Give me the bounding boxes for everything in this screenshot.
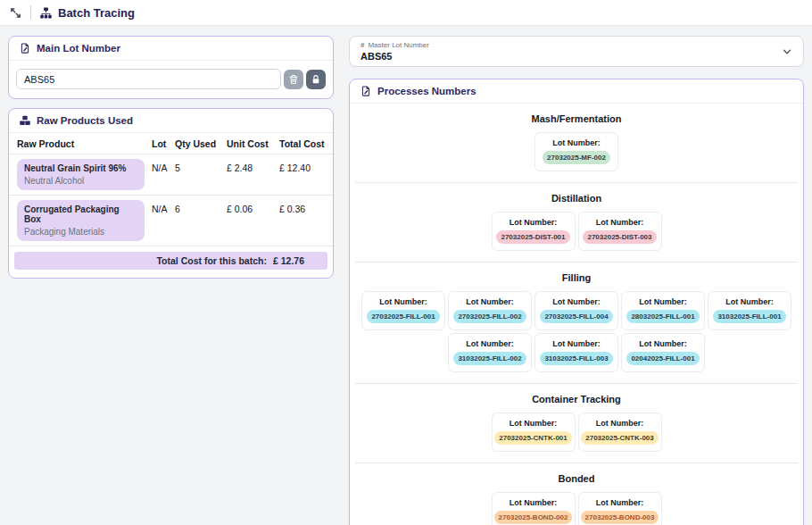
product-name: Neutral Grain Spirit 96% (24, 163, 137, 173)
lot-number-chip: 27032025-BOND-003 (581, 511, 659, 524)
lot-number-label: Lot Number: (510, 419, 558, 428)
lot-number-chip: 27032025-FILL-002 (453, 310, 526, 323)
lot-cards-row: Lot Number: 27032025-CNTK-001 Lot Number… (355, 412, 798, 452)
trash-icon (288, 74, 299, 85)
cell-lot: N/A (152, 200, 175, 214)
lot-card: Lot Number: 27032025-CNTK-001 (492, 412, 576, 452)
cell-qty: 6 (175, 200, 227, 214)
lot-card: Lot Number: 31032025-FILL-002 (448, 333, 532, 372)
lot-number-label: Lot Number: (466, 339, 514, 348)
processes-header: Processes Numbers (350, 79, 803, 104)
main-lot-body (9, 61, 333, 98)
master-lot-select[interactable]: # Master Lot Number ABS65 (349, 36, 804, 67)
table-row: Neutral Grain Spirit 96% Neutral Alcohol… (9, 154, 333, 196)
table-header: Raw Product Lot Qty Used Unit Cost Total… (9, 133, 333, 154)
cell-total-cost: £ 0.36 (279, 200, 325, 214)
batch-total-value: £ 12.76 (273, 255, 304, 266)
lot-card: Lot Number: 27032025-DIST-003 (578, 212, 662, 251)
lot-card: Lot Number: 27032025-FILL-001 (361, 291, 445, 330)
lot-card: Lot Number: 27032025-BOND-002 (492, 492, 576, 525)
process-section-title: Distillation (355, 193, 798, 204)
main-lot-input[interactable] (16, 69, 281, 89)
lot-number-chip: 27032025-FILL-001 (367, 310, 439, 323)
lock-icon (311, 74, 321, 85)
lock-lot-button[interactable] (306, 70, 326, 89)
lot-card: Lot Number: 27032025-MF-002 (534, 132, 618, 171)
table-body: Neutral Grain Spirit 96% Neutral Alcohol… (9, 154, 333, 246)
lot-number-chip: 27032025-BOND-002 (494, 511, 573, 524)
hash-icon: # (360, 41, 364, 49)
process-section-title: Container Tracking (355, 394, 798, 404)
topbar: Batch Tracing (0, 0, 812, 26)
lot-card: Lot Number: 28032025-FILL-001 (621, 291, 705, 330)
processes-card: Processes Numbers Mash/Fermentation Lot … (349, 79, 804, 525)
lot-card: Lot Number: 31032025-FILL-001 (708, 291, 791, 330)
file-pen-icon (360, 86, 371, 96)
batch-total-row: Total Cost for this batch: £ 12.76 (14, 252, 327, 270)
product-chip: Neutral Grain Spirit 96% Neutral Alcohol (17, 159, 145, 190)
lot-number-label: Lot Number: (596, 218, 644, 227)
lot-cards-row: Lot Number: 27032025-FILL-001 Lot Number… (355, 291, 798, 372)
lot-number-label: Lot Number: (639, 297, 687, 306)
lot-number-label: Lot Number: (552, 138, 601, 147)
lot-number-chip: 27032025-CNTK-001 (494, 431, 572, 445)
process-section: Distillation Lot Number: 27032025-DIST-0… (355, 182, 798, 262)
col-lot: Lot (152, 138, 175, 149)
lot-number-chip: 28032025-FILL-001 (626, 310, 699, 323)
cell-unit-cost: £ 0.06 (227, 200, 279, 214)
file-pen-icon (20, 43, 30, 54)
lot-number-label: Lot Number: (552, 339, 601, 348)
process-section: Bonded Lot Number: 27032025-BOND-002 Lot… (355, 462, 798, 525)
lot-card: Lot Number: 27032025-FILL-002 (448, 291, 532, 330)
lot-number-label: Lot Number: (725, 297, 774, 306)
master-lot-label: Master Lot Number (368, 41, 428, 49)
page-brand: Batch Tracing (40, 6, 135, 20)
lot-number-label: Lot Number: (596, 419, 644, 428)
lot-number-chip: 27032025-MF-002 (543, 151, 610, 164)
raw-products-card: Raw Products Used Raw Product Lot Qty Us… (8, 108, 334, 279)
master-lot-label-row: # Master Lot Number (360, 41, 429, 49)
batch-total-label: Total Cost for this batch: (156, 255, 266, 266)
lot-number-chip: 31032025-FILL-002 (453, 352, 526, 365)
page-title: Batch Tracing (58, 6, 135, 20)
cell-lot: N/A (152, 159, 175, 173)
delete-lot-button[interactable] (284, 70, 303, 89)
process-section-title: Bonded (355, 473, 798, 484)
raw-products-title: Raw Products Used (37, 115, 133, 126)
col-qty-used: Qty Used (175, 138, 227, 149)
cell-total-cost: £ 12.40 (279, 159, 325, 173)
process-section: Mash/Fermentation Lot Number: 27032025-M… (355, 104, 798, 182)
product-chip: Corrugated Packaging Box Packaging Mater… (17, 200, 145, 241)
lot-number-chip: 27032025-FILL-004 (540, 310, 612, 323)
expand-diagonal-icon (10, 7, 21, 19)
process-section-title: Mash/Fermentation (355, 113, 798, 124)
cell-raw-product: Corrugated Packaging Box Packaging Mater… (17, 200, 152, 241)
main-lot-header: Main Lot Number (9, 37, 333, 61)
lot-number-chip: 31032025-FILL-003 (540, 352, 612, 365)
table-row: Corrugated Packaging Box Packaging Mater… (9, 196, 333, 246)
lot-card: Lot Number: 27032025-BOND-003 (578, 492, 662, 525)
boxes-stacked-icon (20, 115, 30, 126)
lot-number-label: Lot Number: (596, 498, 644, 507)
topbar-divider (30, 5, 31, 20)
lot-number-label: Lot Number: (379, 297, 427, 306)
main-lot-title: Main Lot Number (37, 43, 120, 54)
master-lot-text: # Master Lot Number ABS65 (360, 41, 429, 62)
lot-card: Lot Number: 02042025-FILL-001 (621, 333, 705, 372)
right-column: # Master Lot Number ABS65 (349, 36, 804, 525)
lot-number-chip: 02042025-FILL-001 (626, 352, 699, 365)
lot-number-label: Lot Number: (510, 218, 558, 227)
lot-cards-row: Lot Number: 27032025-MF-002 (355, 132, 798, 171)
lot-number-label: Lot Number: (466, 297, 514, 306)
main-lot-card: Main Lot Number (8, 36, 334, 99)
lot-card: Lot Number: 27032025-FILL-004 (534, 291, 618, 330)
lot-number-label: Lot Number: (639, 339, 687, 348)
product-category: Packaging Materials (24, 227, 137, 237)
master-lot-value: ABS65 (360, 51, 429, 62)
processes-title: Processes Numbers (377, 86, 476, 96)
col-raw-product: Raw Product (17, 138, 152, 149)
product-category: Neutral Alcohol (24, 176, 137, 186)
lot-cards-row: Lot Number: 27032025-BOND-002 Lot Number… (355, 492, 798, 525)
main-content: Main Lot Number (0, 26, 812, 525)
expand-button[interactable] (10, 7, 21, 19)
